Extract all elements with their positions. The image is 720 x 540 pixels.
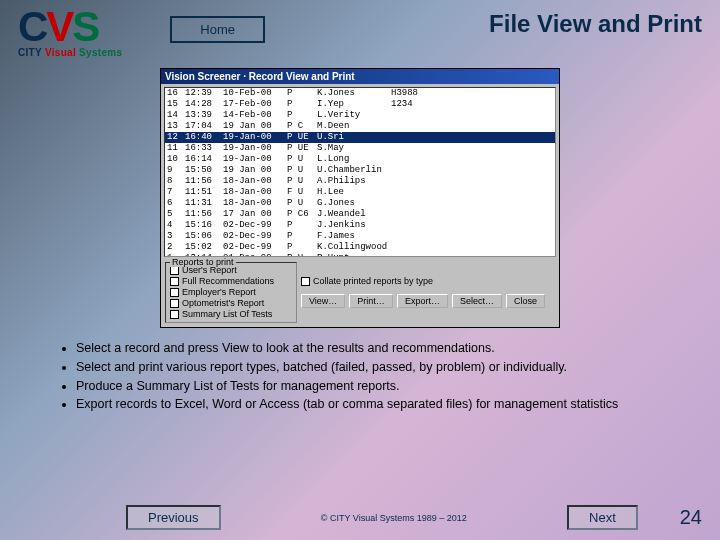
list-item: Produce a Summary List of Tests for mana… — [76, 378, 686, 395]
select-button[interactable]: Select… — [452, 294, 502, 308]
report-option[interactable]: Full Recommendations — [170, 276, 292, 287]
table-row[interactable]: 1514:2817-Feb-00PI.Yep1234 — [165, 99, 555, 110]
export-button[interactable]: Export… — [397, 294, 448, 308]
page-number: 24 — [680, 506, 702, 529]
view-button[interactable]: View… — [301, 294, 345, 308]
window-titlebar: Vision Screener · Record View and Print — [161, 69, 559, 84]
checkbox-icon — [170, 277, 179, 286]
checkbox-icon — [170, 266, 179, 275]
table-row[interactable]: 611:3118-Jan-00P UG.Jones — [165, 198, 555, 209]
reports-panel: Reports to print User's ReportFull Recom… — [165, 262, 297, 323]
table-row[interactable]: 1116:3319-Jan-00P UES.May — [165, 143, 555, 154]
table-row[interactable]: 915:5019 Jan 00P UU.Chamberlin — [165, 165, 555, 176]
checkbox-icon — [170, 288, 179, 297]
list-item: Select a record and press View to look a… — [76, 340, 686, 357]
checkbox-icon — [170, 310, 179, 319]
app-window: Vision Screener · Record View and Print … — [160, 68, 560, 328]
close-button[interactable]: Close — [506, 294, 545, 308]
table-row[interactable]: 1317:0419 Jan 00P CM.Deen — [165, 121, 555, 132]
collate-label: Collate printed reports by type — [313, 276, 433, 286]
table-row[interactable]: 415:1602-Dec-99PJ.Jenkins — [165, 220, 555, 231]
logo-letter-s: S — [72, 3, 98, 50]
next-button[interactable]: Next — [567, 505, 638, 530]
table-row[interactable]: 1216:4019-Jan-00P UEU.Sri — [165, 132, 555, 143]
logo-letter-c: C — [18, 3, 46, 50]
report-option[interactable]: Employer's Report — [170, 287, 292, 298]
table-row[interactable]: 511:5617 Jan 00P C6J.Weandel — [165, 209, 555, 220]
collate-checkbox[interactable]: Collate printed reports by type — [301, 276, 433, 286]
logo-subtitle: CITY Visual Systems — [18, 47, 122, 58]
checkbox-icon — [170, 299, 179, 308]
logo: CVS CITY Visual Systems — [18, 8, 122, 58]
previous-button[interactable]: Previous — [126, 505, 221, 530]
list-item: Export records to Excel, Word or Access … — [76, 396, 686, 413]
report-option[interactable]: Summary List Of Tests — [170, 309, 292, 320]
list-item: Select and print various report types, b… — [76, 359, 686, 376]
home-button[interactable]: Home — [170, 16, 265, 43]
print-button[interactable]: Print… — [349, 294, 393, 308]
table-row[interactable]: 711:5118-Jan-00F UH.Lee — [165, 187, 555, 198]
table-row[interactable]: 811:5618-Jan-00P UA.Philips — [165, 176, 555, 187]
report-option[interactable]: Optometrist's Report — [170, 298, 292, 309]
page-title: File View and Print — [489, 10, 702, 38]
table-row[interactable]: 1612:3910-Feb-00PK.JonesH3988 — [165, 88, 555, 99]
record-list[interactable]: 1612:3910-Feb-00PK.JonesH39881514:2817-F… — [164, 87, 556, 257]
table-row[interactable]: 315:0602-Dec-99PF.James — [165, 231, 555, 242]
logo-mark: CVS — [18, 8, 98, 46]
table-row[interactable]: 1016:1419-Jan-00P UL.Long — [165, 154, 555, 165]
table-row[interactable]: 1413:3914-Feb-00PL.Verity — [165, 110, 555, 121]
logo-letter-v: V — [46, 3, 72, 50]
copyright: © CITY Visual Systems 1989 – 2012 — [221, 513, 567, 523]
table-row[interactable]: 215:0202-Dec-99PK.Collingwood — [165, 242, 555, 253]
feature-bullets: Select a record and press View to look a… — [76, 340, 686, 414]
reports-legend: Reports to print — [170, 257, 236, 267]
checkbox-icon — [301, 277, 310, 286]
